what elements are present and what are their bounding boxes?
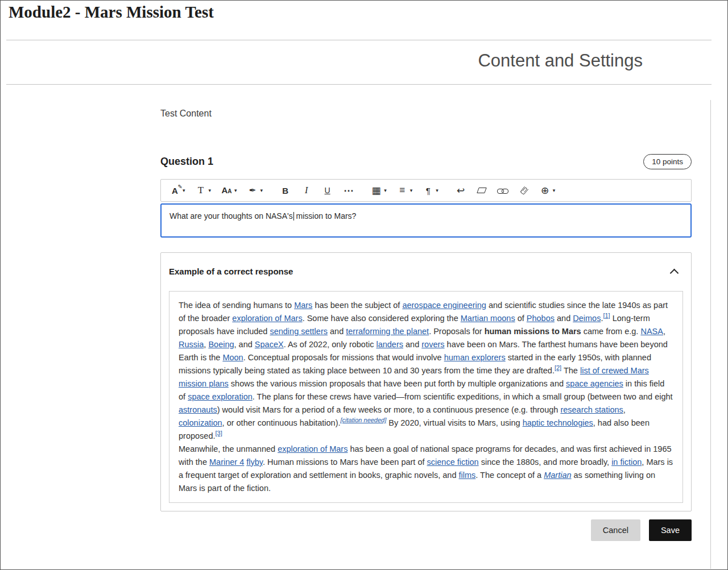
bold-button[interactable] [277,183,293,198]
text-run: has been the subject of [312,301,402,310]
reference-link[interactable]: [2] [555,364,561,371]
inline-link[interactable]: exploration of Mars [278,444,348,453]
section-title: Content and Settings [478,51,643,71]
inline-link[interactable]: astronauts [179,405,217,414]
scrollbar[interactable] [710,100,711,569]
text-run: . Proposals for [429,327,485,336]
text-run: human missions to Mars [485,327,581,336]
inline-link[interactable]: Martian [544,471,571,480]
undo-button[interactable] [453,183,469,198]
caret-down-icon: ▾ [183,188,185,193]
inline-link[interactable]: space exploration [188,392,253,401]
table-icon [371,185,382,196]
text-color-icon [169,185,180,196]
font-family-button[interactable]: ▾ [193,183,214,198]
more-icon [343,185,354,196]
text-run: and [555,314,573,323]
inline-link[interactable]: research stations [560,405,623,414]
caret-down-icon: ▾ [234,188,237,193]
caret-down-icon: ▾ [384,188,387,193]
font-size-button[interactable]: ▾ [218,183,240,198]
inline-link[interactable]: Moon [222,353,243,362]
text-run: came from e.g. [581,327,641,336]
chevron-up-icon [670,268,679,277]
font-family-icon [196,185,206,196]
inline-link[interactable]: NASA [640,327,663,336]
inline-link[interactable]: Boeing [208,340,234,349]
inline-link[interactable]: terraforming the planet [346,327,429,336]
paragraph-icon [423,185,433,196]
example-title: Example of a correct response [169,267,293,276]
inline-link[interactable]: landers [376,340,403,349]
inline-link[interactable]: Deimos [573,314,601,323]
editor-text-before-caret: What are your thoughts on NASA's [169,211,293,220]
inline-link[interactable]: Russia [179,340,204,349]
superscript: [1] [603,312,610,319]
text-run: , [623,405,626,414]
editor-toolbar: ▾▾▾▾▾▾▾▾ [160,179,692,202]
superscript: [2] [555,364,561,371]
inline-link[interactable]: human explorers [444,353,506,362]
inline-link[interactable]: exploration of Mars [232,314,302,323]
inline-link[interactable]: space agencies [566,379,623,388]
attach-file-button[interactable] [516,183,532,198]
superscript: [3] [216,430,222,436]
align-icon [397,185,408,196]
divider [6,40,712,40]
superscript: [citation needed] [341,417,387,423]
cancel-button[interactable]: Cancel [591,519,640,541]
text-highlight-button[interactable]: ▾ [245,183,266,198]
text-run: The idea of sending humans to [179,301,294,310]
italic-button[interactable] [298,183,315,198]
clear-formatting-button[interactable] [474,183,490,198]
reference-link[interactable]: [1] [603,312,610,319]
text-align-button[interactable]: ▾ [394,183,416,198]
text-color-button[interactable]: ▾ [167,183,188,198]
inline-link[interactable]: in fiction [611,457,642,467]
example-text[interactable]: The idea of sending humans to Mars has b… [169,291,683,503]
insert-content-button[interactable]: ▾ [537,183,559,198]
paragraph-style-button[interactable]: ▾ [420,183,441,198]
points-badge[interactable]: 10 points [643,154,692,169]
text-run: , or other continuous habitation). [222,418,341,427]
caret-down-icon: ▾ [260,188,263,193]
eraser-icon [477,185,487,196]
text-run: shows the various mission proposals that… [229,379,566,388]
inline-link[interactable]: flyby [246,457,263,467]
save-button[interactable]: Save [649,519,692,541]
paragraph: Meanwhile, the unmanned exploration of M… [179,443,673,495]
text-run: and [403,340,421,349]
inline-link[interactable]: SpaceX [255,340,284,349]
attach-icon [516,183,532,198]
action-bar: Cancel Save [160,519,692,541]
inline-link[interactable]: haptic technologies [523,418,593,427]
example-panel: Example of a correct response The idea o… [160,252,692,511]
text-run: . Human missions to Mars have been part … [263,457,427,467]
ink-icon [247,185,258,196]
inline-link[interactable]: Mars [294,301,312,310]
reference-link[interactable]: [citation needed] [341,417,387,423]
question-text-editor[interactable]: What are your thoughts on NASA's mission… [160,203,692,238]
example-header-toggle[interactable]: Example of a correct response [161,253,691,285]
caret-down-icon: ▾ [436,188,439,193]
page: Module2 - Mars Mission Test Content and … [0,0,728,570]
inline-link[interactable]: sending settlers [270,327,328,336]
text-run: of [515,314,527,323]
more-formatting-button[interactable] [340,183,357,198]
inline-link[interactable]: colonization [179,418,222,427]
text-run: . Conceptual proposals for missions that… [243,353,444,362]
text-run: . The plans for these crews have varied—… [253,392,673,401]
reference-link[interactable]: [3] [216,430,222,436]
inline-link[interactable]: films [459,471,476,480]
insert-link-button[interactable] [495,183,511,198]
inline-link[interactable]: rovers [421,340,444,349]
insert-table-button[interactable]: ▾ [368,183,390,198]
inline-link[interactable]: Martian moons [461,314,515,323]
inline-link[interactable]: Phobos [527,314,555,323]
inline-link[interactable]: aerospace engineering [402,301,486,310]
text-run: , [663,327,665,336]
inline-link[interactable]: Mariner 4 [209,457,244,467]
link-icon [498,185,508,196]
inline-link[interactable]: science fiction [427,457,479,467]
underline-button[interactable] [319,183,336,198]
